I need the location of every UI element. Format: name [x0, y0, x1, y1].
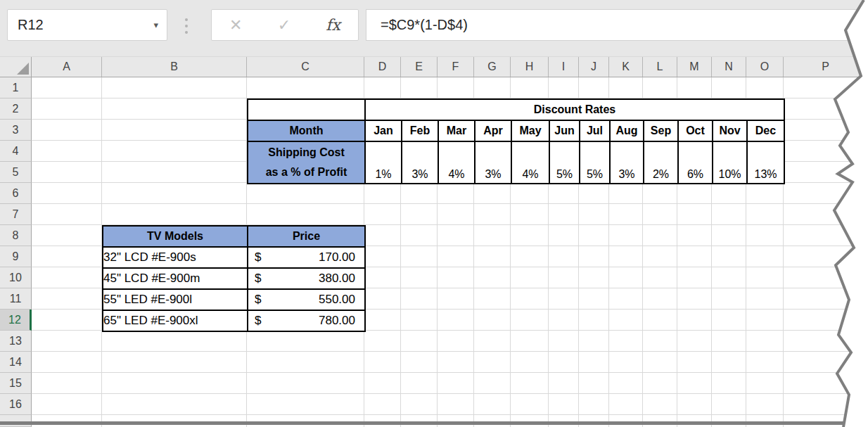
- shipping-cost-label-cell[interactable]: Shipping Cost as a % of Profit: [248, 141, 365, 184]
- column-header-j[interactable]: J: [579, 57, 609, 77]
- price-amount: 550.00: [319, 293, 355, 307]
- rate-cell-may[interactable]: 4%: [511, 141, 549, 184]
- rate-cell-mar[interactable]: 4%: [438, 141, 475, 184]
- name-box[interactable]: R12 ▾: [7, 9, 167, 41]
- price-header[interactable]: Price: [248, 226, 365, 247]
- price-amount: 780.00: [319, 314, 355, 328]
- column-header-f[interactable]: F: [438, 57, 474, 77]
- column-header-o[interactable]: O: [746, 57, 784, 77]
- row-header-9[interactable]: 9: [0, 246, 32, 267]
- month-cell-may[interactable]: May: [511, 120, 549, 141]
- row-header-4[interactable]: 4: [0, 141, 32, 162]
- price-amount: 380.00: [319, 272, 355, 286]
- column-header-d[interactable]: D: [364, 57, 401, 77]
- enter-icon[interactable]: ✓: [278, 16, 291, 34]
- column-header-m[interactable]: M: [677, 57, 712, 77]
- row-headers: 1 2 3 4 5 6 7 8 9 10 11 12 13 14 15 16: [0, 77, 32, 427]
- tv-models-header[interactable]: TV Models: [103, 226, 248, 247]
- column-header-n[interactable]: N: [712, 57, 746, 77]
- rate-cell-jan[interactable]: 1%: [365, 141, 402, 184]
- rate-cell-jun[interactable]: 5%: [549, 141, 580, 184]
- rate-cell-dec[interactable]: 13%: [747, 141, 784, 184]
- column-header-c[interactable]: C: [247, 57, 364, 77]
- month-cell-jan[interactable]: Jan: [365, 120, 402, 141]
- column-header-l[interactable]: L: [643, 57, 677, 77]
- cell-c2-empty[interactable]: [248, 99, 365, 120]
- column-headers: A B C D E F G H I J K L M N O P: [0, 56, 868, 77]
- tv-model-cell-3[interactable]: 55" LED #E-900l: [103, 289, 248, 310]
- select-all-icon: [17, 63, 29, 75]
- row-header-11[interactable]: 11: [0, 288, 32, 310]
- discount-rates-title[interactable]: Discount Rates: [365, 99, 784, 120]
- formula-bar-chrome: R12 ▾ ✕ ✓ fx =$C9*(1-D$4): [0, 0, 868, 56]
- row-header-14[interactable]: 14: [0, 352, 32, 373]
- rate-cell-oct[interactable]: 6%: [678, 141, 713, 184]
- formula-bar-input[interactable]: =$C9*(1-D$4): [366, 9, 868, 41]
- rate-cell-aug[interactable]: 3%: [610, 141, 644, 184]
- price-cell-1[interactable]: $170.00: [248, 247, 365, 268]
- tv-model-cell-4[interactable]: 65" LED #E-900xl: [103, 310, 248, 331]
- price-cell-4[interactable]: $780.00: [248, 310, 365, 331]
- name-box-value: R12: [18, 10, 44, 40]
- column-header-p[interactable]: P: [784, 57, 868, 77]
- column-header-a[interactable]: A: [32, 57, 102, 77]
- column-header-i[interactable]: I: [549, 57, 579, 77]
- price-amount: 170.00: [319, 250, 355, 265]
- row-header-10[interactable]: 10: [0, 267, 32, 288]
- row-header-15[interactable]: 15: [0, 373, 32, 394]
- grid-column-p: [784, 77, 868, 427]
- row-header-1[interactable]: 1: [0, 77, 32, 98]
- month-cell-feb[interactable]: Feb: [402, 120, 438, 141]
- month-cell-jun[interactable]: Jun: [549, 120, 580, 141]
- tv-model-cell-2[interactable]: 45" LCD #E-900m: [103, 268, 248, 289]
- month-cell-mar[interactable]: Mar: [438, 120, 475, 141]
- excel-window: R12 ▾ ✕ ✓ fx =$C9*(1-D$4) A B C D E F G …: [0, 0, 868, 427]
- row-header-7[interactable]: 7: [0, 204, 32, 225]
- month-cell-oct[interactable]: Oct: [678, 120, 713, 141]
- row-header-13[interactable]: 13: [0, 331, 32, 352]
- formula-bar-resize-handle[interactable]: [185, 18, 188, 34]
- month-cell-dec[interactable]: Dec: [747, 120, 784, 141]
- row-header-16[interactable]: 16: [0, 394, 32, 415]
- row-header-3[interactable]: 3: [0, 120, 32, 141]
- currency-symbol: $: [255, 293, 261, 307]
- month-cell-aug[interactable]: Aug: [610, 120, 644, 141]
- insert-function-icon[interactable]: fx: [326, 16, 340, 34]
- currency-symbol: $: [255, 314, 261, 328]
- shipping-label-line1: Shipping Cost: [248, 143, 364, 162]
- price-cell-3[interactable]: $550.00: [248, 289, 365, 310]
- row-header-12-selected[interactable]: 12: [0, 310, 32, 331]
- tv-models-table: TV Models Price 32" LCD #E-900s $170.00 …: [102, 225, 366, 332]
- bottom-edge-bar: [0, 421, 868, 425]
- currency-symbol: $: [255, 250, 261, 265]
- column-header-b[interactable]: B: [102, 57, 247, 77]
- cancel-icon[interactable]: ✕: [229, 16, 242, 34]
- month-cell-apr[interactable]: Apr: [475, 120, 511, 141]
- row-header-8[interactable]: 8: [0, 225, 32, 246]
- rate-cell-apr[interactable]: 3%: [475, 141, 511, 184]
- column-header-g[interactable]: G: [474, 57, 511, 77]
- rate-cell-sep[interactable]: 2%: [644, 141, 678, 184]
- column-header-k[interactable]: K: [609, 57, 643, 77]
- name-box-dropdown-icon[interactable]: ▾: [153, 10, 158, 40]
- discount-rates-table: Discount Rates Month Jan Feb Mar Apr May…: [247, 98, 785, 184]
- column-header-e[interactable]: E: [401, 57, 438, 77]
- grid-column-a: [32, 77, 102, 427]
- row-header-6[interactable]: 6: [0, 183, 32, 204]
- column-header-h[interactable]: H: [511, 57, 549, 77]
- month-cell-jul[interactable]: Jul: [580, 120, 610, 141]
- shipping-label-line2: as a % of Profit: [248, 162, 364, 182]
- price-cell-2[interactable]: $380.00: [248, 268, 365, 289]
- rate-cell-feb[interactable]: 3%: [402, 141, 438, 184]
- row-header-5[interactable]: 5: [0, 162, 32, 183]
- rate-cell-nov[interactable]: 10%: [713, 141, 747, 184]
- select-all-button[interactable]: [0, 57, 32, 77]
- formula-text: =$C9*(1-D$4): [381, 10, 468, 40]
- month-cell-sep[interactable]: Sep: [644, 120, 678, 141]
- row-header-2[interactable]: 2: [0, 98, 32, 120]
- formula-buttons: ✕ ✓ fx: [211, 9, 359, 41]
- month-cell-nov[interactable]: Nov: [713, 120, 747, 141]
- rate-cell-jul[interactable]: 5%: [580, 141, 610, 184]
- month-label-cell[interactable]: Month: [248, 120, 365, 141]
- tv-model-cell-1[interactable]: 32" LCD #E-900s: [103, 247, 248, 268]
